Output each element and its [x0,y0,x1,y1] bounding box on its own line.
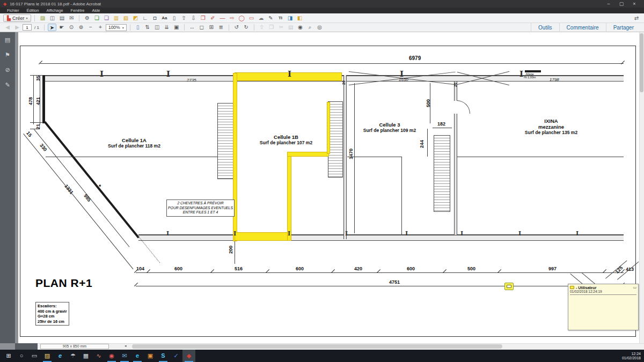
loupe-zoom-icon[interactable]: ⊚ [77,24,85,31]
menu-aide[interactable]: Aide [88,8,104,13]
two-page-view-icon[interactable]: ◫ [153,24,162,31]
vertical-scrollbar-thumb[interactable] [640,33,643,92]
tab-partager[interactable]: Partager [606,23,641,32]
comment-popup[interactable]: - Utilisateur ▭ 01/02/2018 12:24:19 [568,284,639,330]
rectangle-tool-icon[interactable]: ▭ [247,14,255,22]
find-icon[interactable]: ⌕ [306,24,314,31]
settings-gear-icon[interactable]: ⚙ [83,14,91,22]
horizontal-scrollbar-thumb[interactable] [132,344,502,349]
export-pdf-icon[interactable]: ▥ [112,14,120,22]
create-button[interactable]: ▙ Créer ▾ [3,14,31,22]
measure-tool-icon[interactable]: ∟ [141,14,149,22]
mezzanine-line [347,157,401,157]
internet-explorer-icon[interactable]: e [54,350,67,362]
edge-icon[interactable]: e [131,350,144,362]
pencil-tool-icon[interactable]: ✎ [266,14,275,22]
task-view-button[interactable]: ▭ [28,350,41,362]
zoom-value: 100% [108,25,120,30]
column-marker: I [233,231,236,237]
download-document-icon[interactable]: ⇩ [189,14,197,22]
bookmarks-icon[interactable]: ⚑ [0,51,15,58]
rotate-ccw-icon[interactable]: ↺ [232,24,241,31]
sticky-note-annotation[interactable] [504,283,514,290]
oval-tool-icon[interactable]: ◯ [237,14,246,22]
zoom-pan-window-icon[interactable]: ⊞ [207,24,216,31]
stamp-tool-icon[interactable]: ◘ [150,14,159,22]
minimize-button[interactable]: – [602,0,615,8]
enable-scrolling-icon[interactable]: ⇅ [143,24,152,31]
add-text-icon[interactable]: Aa [160,14,169,22]
dim-label: 20 [342,80,346,85]
tab-commentaire[interactable]: Commentaire [559,23,606,32]
attachments-icon[interactable]: ⊘ [0,67,15,73]
snapshot-icon[interactable]: ◉ [296,24,305,31]
customize-toolbar-icon[interactable]: ⇄ [632,14,641,22]
save-file-icon[interactable]: ◫ [48,14,56,22]
skype-icon[interactable]: S [157,350,170,362]
calculator-icon[interactable]: ▦ [79,350,92,362]
marquee-zoom-icon[interactable]: ⊙ [67,24,76,31]
separator [79,15,79,21]
callout-tool-icon[interactable]: ❏ [102,14,111,22]
stocks-icon[interactable]: ∿ [92,350,105,362]
full-screen-mode-icon[interactable]: ▣ [172,24,181,31]
two-page-scrolling-icon[interactable]: ⇊ [163,24,171,31]
menu-fichier[interactable]: Fichier [3,8,23,13]
acrobat-icon[interactable]: ◆ [182,350,195,362]
photos-icon[interactable]: ☂ [67,350,79,362]
text-box-tool-icon[interactable]: TI [276,14,284,22]
scroll-left-arrow[interactable]: ◂ [125,344,127,348]
export-file-icon[interactable]: ⇧ [258,24,266,31]
upload-document-icon[interactable]: ⇧ [179,14,188,22]
wall [454,114,457,235]
maximize-button[interactable]: ▢ [615,0,628,8]
page-number-input[interactable] [23,24,32,31]
print-icon[interactable]: ▤ [57,14,66,22]
create-pdf-icon[interactable]: ▧ [121,14,130,22]
cut-icon[interactable]: ✂ [277,24,286,31]
menu-fenetre[interactable]: Fenêtre [67,8,89,13]
highlighter-icon[interactable]: ✐ [208,14,217,22]
single-page-view-icon[interactable]: ▯ [134,24,142,31]
next-page-icon[interactable]: ▶ [13,24,21,31]
close-button[interactable]: × [628,0,641,8]
camera-icon[interactable]: ◉ [105,350,118,362]
start-button[interactable]: ⊞ [2,350,15,362]
cortana-search-button[interactable]: ○ [15,350,28,362]
select-tool-icon[interactable]: ➤ [48,24,56,31]
comments-panel-icon[interactable]: ✎ [0,82,15,88]
insert-pages-icon[interactable]: ◧ [295,14,304,22]
arrow-tool-icon[interactable]: ⇨ [228,14,236,22]
clock[interactable]: 12:24 01/02/2018 [622,352,641,360]
hand-tool-icon[interactable]: ☛ [57,24,66,31]
copy-icon[interactable]: ❐ [267,24,276,31]
file-explorer-icon[interactable]: ▨ [41,350,54,362]
zoom-in-icon[interactable]: + [96,24,105,31]
todo-icon[interactable]: ✓ [170,350,182,362]
line-weights-icon[interactable]: ≣ [217,24,225,31]
tab-outils[interactable]: Outils [531,23,559,32]
cloud-tool-icon[interactable]: ☁ [257,14,265,22]
email-icon[interactable]: ✉ [67,14,76,22]
attach-file-icon[interactable]: ◨ [286,14,294,22]
comment-options-icon[interactable]: ▭ [633,285,636,290]
mail-icon[interactable]: ✉ [118,350,131,362]
sticky-note-tool-icon[interactable]: ❏ [92,14,101,22]
advanced-search-icon[interactable]: ◎ [316,24,324,31]
page-thumbnails-icon[interactable]: ▤ [0,36,15,43]
office-icon[interactable]: ▣ [144,350,157,362]
zoom-level-select[interactable]: 100% ▾ [106,24,127,31]
rotate-cw-icon[interactable]: ↻ [242,24,251,31]
open-file-icon[interactable]: ▨ [38,14,47,22]
fit-one-page-icon[interactable]: ◻ [197,24,206,31]
paste-icon[interactable]: ▤ [287,24,295,31]
zoom-out-icon[interactable]: − [86,24,95,31]
text-edit-markup-icon[interactable]: ❒ [199,14,207,22]
page-template-icon[interactable]: ▯ [170,14,178,22]
menu-edition[interactable]: Édition [23,8,43,13]
combine-files-icon[interactable]: ◩ [131,14,140,22]
line-tool-icon[interactable]: — [218,14,226,22]
menu-affichage[interactable]: Affichage [42,8,67,13]
previous-page-icon[interactable]: ◀ [3,24,12,31]
fit-width-icon[interactable]: ↔ [188,24,196,31]
